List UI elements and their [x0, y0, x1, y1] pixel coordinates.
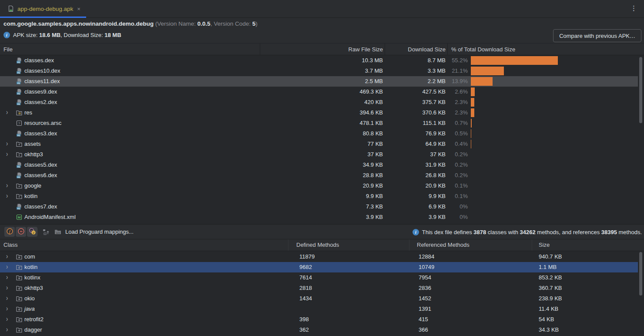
tab-apk-analyzer[interactable]: app-demo-debug.apk × [0, 0, 86, 17]
referenced-methods-value: 10749 [419, 262, 434, 272]
column-divider [260, 44, 260, 55]
expand-chevron-icon[interactable]: › [6, 284, 8, 292]
file-name: classes7.dex [24, 202, 57, 212]
dex-info-prefix: This dex file defines [422, 229, 474, 235]
editor-tab-bar: app-demo-debug.apk × ⋮ [0, 0, 644, 18]
dex-info-suffix: methods. [617, 229, 642, 235]
file-table-scrollbar[interactable] [639, 57, 642, 123]
file-table-row[interactable]: › okhttp3 37 KB 37 KB 0.2% [0, 149, 644, 160]
file-table-row[interactable]: › ? resources.arsc 478.1 KB 115.1 KB 0.7… [0, 118, 644, 128]
compare-with-previous-apk-button[interactable]: Compare with previous APK… [553, 29, 641, 42]
file-name: AndroidManifest.xml [24, 212, 76, 222]
class-table-header: Class Defined Methods Referenced Methods… [0, 239, 644, 251]
expand-chevron-icon[interactable]: › [6, 181, 8, 189]
show-referenced-toggle[interactable]: m f [27, 227, 37, 237]
file-table-row[interactable]: › 01 classes11.dex 2.5 MB 2.2 MB 13.9% [0, 76, 638, 87]
tab-close-icon[interactable]: × [77, 6, 80, 12]
column-header-raw-file-size[interactable]: Raw File Size [322, 44, 383, 55]
toolbar-divider [37, 228, 37, 235]
file-table-row[interactable]: › 01 classes.dex 10.3 MB 8.7 MB 55.2% [0, 55, 644, 66]
svg-text:01: 01 [17, 103, 20, 105]
expand-chevron-icon[interactable]: › [6, 273, 8, 281]
file-table-row[interactable]: › assets 77 KB 64.9 KB 0.4% [0, 139, 644, 149]
download-percent-bar [471, 129, 471, 138]
file-table-row[interactable]: › M AndroidManifest.xml 3.9 KB 3.9 KB 0% [0, 212, 644, 222]
package-name: okhttp3 [24, 283, 43, 293]
class-table-row[interactable]: › kotlinx 7614 7954 853.2 KB [0, 272, 644, 283]
file-table-row[interactable]: › 01 classes10.dex 3.7 MB 3.3 MB 21.1% [0, 66, 644, 76]
download-percent-bar [471, 56, 558, 65]
load-proguard-mappings-button[interactable]: Load Proguard mappings... [65, 225, 134, 239]
file-name: res [24, 108, 32, 118]
class-table-row[interactable]: › okhttp3 2818 2836 360.7 KB [0, 283, 644, 293]
show-fields-toggle[interactable]: f [4, 227, 15, 237]
more-options-kebab-icon[interactable]: ⋮ [631, 4, 637, 12]
svg-text:a.b: a.b [56, 232, 60, 234]
expand-chevron-icon[interactable]: › [6, 192, 8, 200]
arsc-file-icon: ? [16, 120, 23, 127]
file-table-row[interactable]: › 01 classes5.dex 34.9 KB 31.9 KB 0.2% [0, 160, 644, 170]
class-table-row[interactable]: › java 1391 11.4 KB [0, 304, 644, 314]
referenced-methods-value: 1452 [419, 293, 431, 304]
svg-text:01: 01 [17, 165, 20, 168]
column-header-download-size[interactable]: Download Size [385, 44, 446, 55]
file-table-row[interactable]: › 01 classes6.dex 28.8 KB 26.8 KB 0.2% [0, 170, 644, 181]
file-table-row[interactable]: › 01 classes9.dex 469.3 KB 427.5 KB 2.6% [0, 87, 644, 97]
expand-chevron-icon[interactable]: › [6, 326, 8, 333]
download-percent-bar [471, 87, 475, 96]
raw-file-size-value: 2.5 MB [322, 76, 383, 87]
size-value: 940.7 KB [539, 252, 562, 262]
expand-chevron-icon[interactable]: › [6, 294, 8, 302]
tab-title: app-demo-debug.apk [17, 6, 73, 12]
download-percent-value: 2.6% [406, 87, 468, 97]
package-name: com [24, 252, 35, 262]
expand-chevron-icon[interactable]: › [6, 108, 8, 116]
info-icon: i [413, 229, 419, 235]
file-table-row[interactable]: › 01 classes3.dex 80.8 KB 76.9 KB 0.5% [0, 128, 644, 139]
size-value: 1.1 MB [539, 262, 557, 272]
column-divider [288, 239, 288, 251]
deobfuscate-names-icon[interactable]: a.b [54, 228, 62, 236]
fields-icon: f [6, 228, 13, 236]
expand-chevron-icon[interactable]: › [6, 263, 8, 271]
file-name: classes5.dex [24, 160, 57, 170]
file-table-row[interactable]: › res 394.6 KB 370.6 KB 2.3% [0, 108, 644, 118]
expand-chevron-icon[interactable]: › [6, 305, 8, 312]
raw-file-size-value: 7.3 KB [322, 202, 383, 212]
expand-chevron-icon[interactable]: › [6, 252, 8, 260]
package-line: com.google.samples.apps.nowinandroid.dem… [3, 20, 258, 27]
class-table-row[interactable]: › kotlin 9682 10749 1.1 MB [0, 262, 638, 272]
column-header-class[interactable]: Class [3, 239, 18, 251]
apk-size-line: iAPK size: 18.6 MB, Download Size: 18 MB [3, 32, 121, 38]
show-methods-toggle[interactable]: m [16, 227, 26, 237]
dex-file-icon: 01 [16, 203, 23, 210]
file-table-row[interactable]: › google 20.9 KB 20.9 KB 0.1% [0, 181, 644, 191]
package-name: kotlin [24, 262, 37, 272]
class-table-row[interactable]: › com 11879 12884 940.7 KB [0, 252, 644, 262]
svg-text:?: ? [18, 121, 20, 125]
class-table-scrollbar[interactable] [639, 252, 642, 296]
class-table-row[interactable]: › dagger 362 366 34.3 KB [0, 325, 644, 335]
file-table-row[interactable]: › 01 classes7.dex 7.3 KB 6.9 KB 0% [0, 202, 644, 212]
expand-chevron-icon[interactable]: › [6, 150, 8, 158]
dex-references-count: 38395 [601, 229, 617, 235]
file-table-row[interactable]: › kotlin 9.9 KB 9.9 KB 0.1% [0, 191, 644, 202]
class-table-row[interactable]: › retrofit2 398 415 54 KB [0, 314, 644, 325]
expand-chevron-icon[interactable]: › [6, 140, 8, 148]
column-header-file[interactable]: File [3, 44, 13, 55]
column-header-size[interactable]: Size [539, 239, 550, 251]
expand-tree-icon[interactable] [42, 228, 50, 236]
dex-file-icon: 01 [16, 130, 23, 137]
expand-chevron-icon[interactable]: › [6, 315, 8, 323]
column-header-percent-of-total[interactable]: % of Total Download Size [451, 44, 515, 55]
column-header-referenced-methods[interactable]: Referenced Methods [417, 239, 470, 251]
apk-size-label: APK size: [13, 32, 39, 38]
file-name: okhttp3 [24, 149, 43, 160]
class-table-row[interactable]: › okio 1434 1452 238.9 KB [0, 293, 644, 304]
column-header-defined-methods[interactable]: Defined Methods [296, 239, 339, 251]
file-table-row[interactable]: › 01 classes2.dex 420 KB 375.7 KB 2.3% [0, 97, 644, 108]
dex-info-message: iThis dex file defines 3878 classes with… [413, 225, 642, 239]
raw-file-size-value: 28.8 KB [322, 170, 383, 181]
referenced-methods-value: 1391 [419, 304, 431, 314]
referenced-methods-value: 2836 [419, 283, 431, 293]
